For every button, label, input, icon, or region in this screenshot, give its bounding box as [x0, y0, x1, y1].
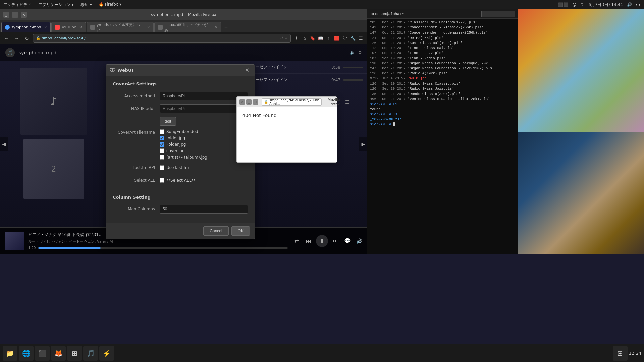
- lastfm-checkbox-row[interactable]: Use last.fm: [160, 165, 189, 170]
- tab-close-symphonic[interactable]: ✕: [44, 25, 47, 29]
- shield-icon[interactable]: 🛡: [341, 35, 348, 42]
- new-tab-button[interactable]: +: [222, 24, 230, 32]
- restore-button[interactable]: □: [12, 12, 18, 18]
- popup-menu-button[interactable]: ☰: [345, 99, 350, 105]
- reload-button[interactable]: ↻: [23, 34, 31, 42]
- tab-close-ympd[interactable]: ✕: [147, 25, 150, 29]
- lastfm-label: last.fm API: [113, 165, 160, 170]
- menu-icon[interactable]: ☰: [357, 35, 365, 42]
- keyboard-indicator: ⬛⬛: [558, 2, 568, 7]
- tab-ympd[interactable]: ympdのスタイル変更につい… ✕: [87, 22, 154, 32]
- dialog-close-button[interactable]: ✕: [244, 67, 251, 73]
- bookmark-icon[interactable]: 🔖: [309, 35, 316, 42]
- close-button[interactable]: ✕: [21, 12, 27, 18]
- system-bar-left: アクティビティ アプリケーション ▾ 場所 ▾ 🔥 Firefox ▾: [0, 2, 558, 8]
- checkbox-artist-album-jpg-input[interactable]: [160, 155, 164, 160]
- browser-navbar: ← → ↻ 🔒 smpd.local/#/browse/0/ … 🛡 ☆ ⬇ ⌂…: [0, 32, 367, 44]
- select-all-checkbox-input[interactable]: [160, 178, 164, 183]
- nav-arrow-right[interactable]: ▶: [359, 137, 367, 151]
- minimize-button[interactable]: _: [3, 12, 9, 18]
- checkbox-cover-jpg[interactable]: cover.jpg: [160, 148, 207, 153]
- checkbox-songembedded[interactable]: SongEmbedded: [160, 129, 207, 134]
- checkbox-cover-jpg-input[interactable]: [160, 148, 164, 153]
- browser-title: symphonic-mpd – Mozilla Firefox: [151, 12, 216, 17]
- checkbox-songembedded-input[interactable]: [160, 129, 164, 134]
- checkbox-folder-jpg-lower[interactable]: folder.jpg: [160, 136, 207, 140]
- pause-button[interactable]: ⏸: [316, 235, 328, 247]
- previous-button[interactable]: ⏮: [304, 236, 313, 246]
- applications-menu[interactable]: アプリケーション ▾: [38, 2, 74, 8]
- popup-minimize-btn[interactable]: _: [246, 99, 252, 105]
- nas-ip-input[interactable]: [160, 104, 248, 113]
- taskbar-files-icon[interactable]: 📁: [3, 346, 17, 361]
- checkbox-artist-album-jpg[interactable]: (artist) - (album).jpg: [160, 155, 207, 160]
- reading-mode-icon[interactable]: 📖: [317, 35, 324, 42]
- share-icon[interactable]: ↑: [325, 35, 332, 42]
- shuffle-button[interactable]: ⇄: [292, 236, 301, 246]
- select-all-checkbox-row[interactable]: **Select ALL**: [160, 178, 195, 183]
- pocket-icon[interactable]: 🟥: [333, 35, 340, 42]
- forward-button[interactable]: →: [13, 34, 21, 42]
- checkbox-folder-jpg-lower-input[interactable]: [160, 136, 164, 140]
- activities-btn[interactable]: アクティビティ: [3, 2, 32, 8]
- test-button[interactable]: test: [160, 117, 176, 126]
- access-method-input[interactable]: [160, 92, 248, 100]
- max-columns-label: Max Columns: [113, 207, 160, 212]
- tab-favicon-music: [5, 25, 10, 30]
- lock-icon: 🔒: [36, 36, 41, 40]
- taskbar-clock: 12:24: [629, 351, 641, 356]
- tab-label-symphonic: symphonic-mpd: [11, 25, 41, 29]
- popup-titlebar: ✕ _ □ 🔒 smpd.local/NAS/Classic/200th Ann…: [237, 97, 337, 107]
- taskbar-terminal-icon[interactable]: ⬛: [35, 346, 50, 361]
- nav-arrow-left[interactable]: ◀: [0, 137, 8, 151]
- taskbar-browser-icon[interactable]: 🌐: [19, 346, 34, 361]
- taskbar-grid-icon[interactable]: ⊞: [67, 346, 82, 361]
- max-columns-input[interactable]: [160, 205, 248, 214]
- terminal-input-area: [481, 11, 515, 17]
- taskbar-app-grid-icon[interactable]: ⊞: [613, 346, 628, 361]
- tab-close-youtube[interactable]: ✕: [79, 25, 82, 29]
- volume-icon[interactable]: 🔊: [627, 2, 632, 7]
- tab-youtube[interactable]: YouTube ✕: [51, 22, 86, 32]
- tab-label-linux: Linuxの画面キャプチャがあ…: [164, 22, 212, 33]
- calendar-icon: 🗓: [580, 2, 584, 7]
- mpd-title-text: symphonic-mpd: [19, 50, 56, 55]
- back-button[interactable]: ←: [3, 34, 11, 42]
- checkbox-folder-jpg-upper-input[interactable]: [160, 142, 164, 147]
- tab-symphonic-mpd[interactable]: symphonic-mpd ✕: [1, 22, 51, 32]
- column-section-title: Column Setting: [113, 195, 248, 200]
- url-icons: … 🛡 ☆: [274, 36, 288, 40]
- extension-icon[interactable]: 🔧: [349, 35, 357, 42]
- checkbox-folder-jpg-upper[interactable]: Folder.jpg: [160, 142, 207, 147]
- tab-linux[interactable]: Linuxの画面キャプチャがあ… ✕: [154, 22, 221, 32]
- lastfm-checkbox-input[interactable]: [160, 165, 164, 170]
- next-button[interactable]: ⏭: [331, 236, 340, 246]
- firefox-menu[interactable]: 🔥 Firefox ▾: [99, 2, 121, 8]
- player-progress-bar[interactable]: [38, 247, 288, 249]
- terminal-line: 112 Sep 10 2019 'Linn - Classical.pls': [370, 46, 516, 51]
- player-thumbnail: [5, 232, 24, 250]
- firefox-main-window: _ □ ✕ symphonic-mpd – Mozilla Firefox sy…: [0, 9, 367, 254]
- places-menu[interactable]: 場所 ▾: [80, 2, 92, 8]
- taskbar-firefox-icon[interactable]: 🦊: [51, 346, 66, 361]
- terminal-search-input[interactable]: [481, 11, 515, 17]
- cancel-button[interactable]: Cancel: [203, 226, 228, 236]
- tab-close-linux[interactable]: ✕: [215, 25, 218, 29]
- popup-404-text: 404 Not Found: [242, 113, 331, 118]
- chat-button[interactable]: 💬: [343, 236, 352, 246]
- terminal-line: 9732 Jun 4 23:57 RADIO.jpg: [370, 76, 516, 81]
- power-icon[interactable]: ⏻: [636, 2, 640, 7]
- popup-close-btn[interactable]: ✕: [239, 99, 245, 105]
- lastfm-row: last.fm API Use last.fm: [113, 163, 248, 172]
- url-bar[interactable]: 🔒 smpd.local/#/browse/0/ … 🛡 ☆: [33, 34, 291, 43]
- nas-ip-label: NAS IP-addr: [113, 106, 160, 111]
- popup-url-bar[interactable]: 🔒 smpd.local/NAS/Classic/200th Anni…: [262, 98, 322, 106]
- popup-maximize-btn[interactable]: □: [253, 99, 258, 105]
- taskbar-music-icon[interactable]: 🎵: [83, 346, 98, 361]
- webui-dialog: 🖼 WebUI ✕ CoverArt Settings Access metho…: [106, 64, 255, 239]
- dialog-titlebar: 🖼 WebUI ✕: [106, 65, 255, 76]
- download-icon[interactable]: ⬇: [293, 35, 300, 42]
- taskbar-power-btn[interactable]: ⚡: [99, 346, 114, 361]
- ok-button[interactable]: OK: [231, 226, 250, 236]
- home-icon[interactable]: ⌂: [301, 35, 308, 42]
